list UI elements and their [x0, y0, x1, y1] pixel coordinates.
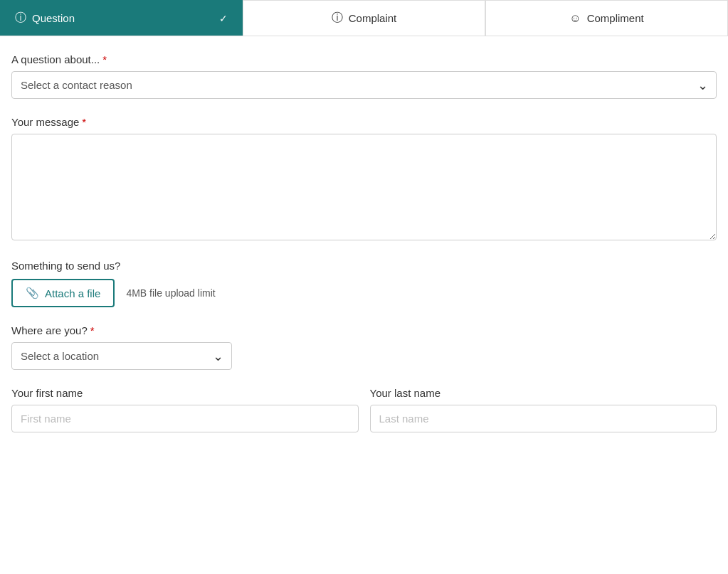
location-label: Where are you?*: [11, 324, 717, 336]
required-star-1: *: [102, 53, 107, 65]
question-icon: ⓘ: [15, 11, 26, 26]
required-star-3: *: [90, 324, 95, 336]
message-textarea[interactable]: [11, 134, 717, 240]
name-row: Your first name Your last name: [11, 387, 717, 450]
tab-complaint-label: Complaint: [349, 12, 397, 24]
message-group: Your message*: [11, 116, 717, 243]
complaint-icon: ⓘ: [332, 11, 343, 26]
tab-compliment[interactable]: ☺ Compliment: [485, 0, 728, 36]
compliment-icon: ☺: [569, 12, 581, 25]
location-group: Where are you?* Select a location ⌄: [11, 324, 717, 370]
attach-group: Something to send us? 📎 Attach a file 4M…: [11, 260, 717, 307]
location-select[interactable]: Select a location: [11, 342, 232, 370]
tab-question[interactable]: ⓘ Question ✓: [0, 0, 243, 36]
first-name-input[interactable]: [11, 405, 359, 432]
attach-file-button[interactable]: 📎 Attach a file: [11, 279, 115, 307]
attach-section-label: Something to send us?: [11, 260, 717, 272]
attach-row: 📎 Attach a file 4MB file upload limit: [11, 279, 717, 307]
attach-button-label: Attach a file: [45, 287, 100, 299]
tab-compliment-label: Compliment: [587, 12, 644, 24]
message-label: Your message*: [11, 116, 717, 128]
tab-question-label: Question: [32, 12, 75, 24]
tab-complaint[interactable]: ⓘ Complaint: [243, 0, 485, 36]
last-name-group: Your last name: [370, 387, 717, 432]
contact-reason-group: A question about...* Select a contact re…: [11, 53, 717, 99]
last-name-label: Your last name: [370, 387, 717, 399]
last-name-input[interactable]: [370, 405, 717, 432]
tabs-bar: ⓘ Question ✓ ⓘ Complaint ☺ Compliment: [0, 0, 728, 36]
contact-reason-select[interactable]: Select a contact reason: [11, 71, 717, 99]
paperclip-icon: 📎: [26, 287, 39, 299]
first-name-group: Your first name: [11, 387, 359, 432]
required-star-2: *: [82, 116, 86, 128]
check-icon: ✓: [219, 13, 228, 24]
first-name-label: Your first name: [11, 387, 359, 399]
location-select-wrapper: Select a location ⌄: [11, 342, 232, 370]
contact-reason-select-wrapper: Select a contact reason ⌄: [11, 71, 717, 99]
contact-reason-label: A question about...*: [11, 53, 717, 65]
form-body: A question about...* Select a contact re…: [0, 36, 728, 467]
attach-limit-text: 4MB file upload limit: [126, 287, 215, 299]
